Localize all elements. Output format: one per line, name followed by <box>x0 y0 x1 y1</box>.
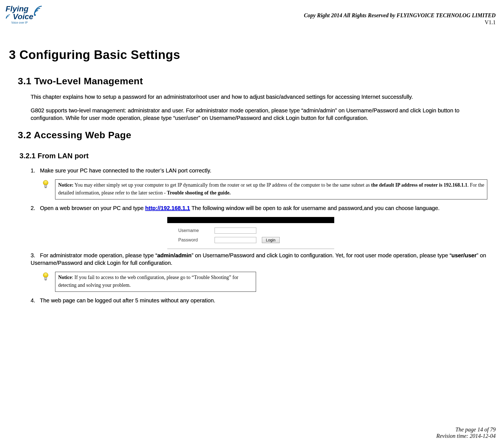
step-2-text-b: The following window will be open to ask… <box>191 205 440 211</box>
footer-revision: Revision time: 2014-12-04 <box>436 433 496 439</box>
wifi-icon <box>6 14 12 19</box>
step-3-text-a: For administrator mode operation, please… <box>40 252 157 258</box>
notice-1-row: Notice: You may either simply set up you… <box>42 179 487 199</box>
copyright-text: Copy Right 2014 All Rights Reserved by F… <box>304 12 496 19</box>
login-figure: Username Password Login <box>167 217 334 249</box>
heading-3-2-1: 3.2.1 From LAN port <box>19 152 496 160</box>
lightbulb-icon <box>42 272 50 282</box>
notice-1-label: Notice: <box>58 182 73 188</box>
login-figure-row-username: Username <box>178 226 329 235</box>
page-footer: The page 14 of 79 Revision time: 2014-12… <box>436 426 496 439</box>
step-1-text: Make sure your PC have connected to the … <box>40 167 212 174</box>
step-3-text-b: ” on Username/Password and click Login t… <box>191 252 451 258</box>
heading-3-1: 3.1 Two-Level Management <box>18 76 496 87</box>
lightbulb-icon <box>42 179 50 189</box>
logo-line1: Flying <box>6 5 33 13</box>
notice-1-bold2: Trouble shooting of the guide <box>167 190 229 196</box>
login-username-label: Username <box>178 228 209 233</box>
login-figure-titlebar <box>167 217 334 223</box>
svg-point-1 <box>43 180 48 185</box>
page: Flying Voice Voice over IP Cop <box>0 0 504 442</box>
notice-2-label: Notice <box>58 275 72 280</box>
step-3-number: 3. <box>31 252 38 259</box>
notice-1-text-a: You may either simply set up your comput… <box>73 182 371 188</box>
svg-rect-5 <box>45 277 47 280</box>
logo-text-block: Flying Voice Voice over IP <box>6 5 33 24</box>
step-1: 1. Make sure your PC have connected to t… <box>31 167 487 174</box>
heading-3-2: 3.2 Accessing Web Page <box>18 130 496 140</box>
heading-chapter: 3 Configuring Basic Settings <box>9 48 496 62</box>
step-4-text: The web page can be logged out after 5 m… <box>40 297 215 303</box>
para-3-1-intro: This chapter explains how to setup a pas… <box>31 93 487 101</box>
para-3-1-body: G802 supports two-level management: admi… <box>31 107 487 122</box>
svg-point-4 <box>43 273 48 278</box>
page-header: Flying Voice Voice over IP Cop <box>6 5 496 26</box>
router-url-link[interactable]: http://192.168.1.1 <box>145 205 190 211</box>
login-button[interactable]: Login <box>262 237 280 243</box>
logo-tagline: Voice over IP <box>6 21 33 24</box>
step-2-text-a: Open a web browser on your PC and type <box>40 205 145 211</box>
login-figure-body: Username Password Login <box>167 223 334 249</box>
login-figure-row-password: Password Login <box>178 235 329 245</box>
logo-row2: Voice <box>6 13 33 21</box>
login-password-label: Password <box>178 238 209 243</box>
step-2-number: 2. <box>31 204 38 212</box>
notice-2-row: Notice: If you fail to access to the web… <box>42 272 487 292</box>
notice-2-text: : If you fail to access to the web confi… <box>58 275 238 288</box>
login-username-input[interactable] <box>215 228 256 234</box>
wifi-icon-large <box>33 4 43 17</box>
step-4: 4. The web page can be logged out after … <box>31 297 487 304</box>
header-right: Copy Right 2014 All Rights Reserved by F… <box>304 12 496 26</box>
step-3-bold1: admin/admin <box>157 252 191 258</box>
notice-1-box: Notice: You may either simply set up you… <box>55 179 487 199</box>
svg-rect-6 <box>45 280 46 280</box>
svg-point-0 <box>34 14 36 16</box>
notice-1-bold: the default IP address of router is 192.… <box>371 182 467 188</box>
version-text: V1.1 <box>304 19 496 26</box>
svg-rect-3 <box>45 187 46 188</box>
step-3-bold2: user/user <box>451 252 476 258</box>
step-2: 2. Open a web browser on your PC and typ… <box>31 204 487 212</box>
footer-page-number: The page 14 of 79 <box>436 426 496 433</box>
notice-2-box: Notice: If you fail to access to the web… <box>55 272 256 292</box>
step-4-number: 4. <box>31 297 38 304</box>
step-3: 3. For administrator mode operation, ple… <box>31 252 487 267</box>
svg-rect-2 <box>45 185 47 187</box>
step-1-number: 1. <box>31 167 38 174</box>
notice-1-period: . <box>229 190 231 196</box>
logo: Flying Voice Voice over IP <box>6 5 43 24</box>
logo-line2: Voice <box>13 13 33 21</box>
login-password-input[interactable] <box>215 237 256 243</box>
